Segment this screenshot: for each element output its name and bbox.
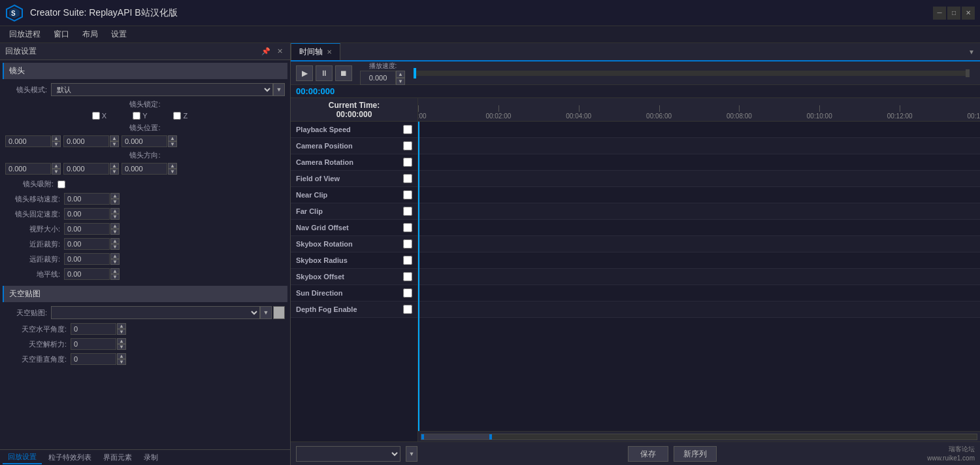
pause-button[interactable]: ⏸ [316,65,333,81]
pos-y-input[interactable] [63,135,109,147]
lock-z-checkbox[interactable] [173,112,181,120]
track-checkbox[interactable] [403,190,412,199]
move-speed-down[interactable]: ▼ [110,199,120,205]
horizon-down[interactable]: ▼ [110,274,120,280]
track-checkbox[interactable] [403,305,412,314]
skybox-h-angle-down[interactable]: ▼ [117,329,126,335]
move-speed-up[interactable]: ▲ [110,193,120,199]
new-sequence-button[interactable]: 新序列 [674,446,717,462]
menu-window[interactable]: 窗口 [47,27,76,41]
fov-input[interactable] [64,223,110,235]
track-checkbox[interactable] [403,174,412,183]
skybox-v-angle-up[interactable]: ▲ [117,353,126,359]
near-clip-up[interactable]: ▲ [110,238,120,244]
track-row: Far Clip [291,203,417,220]
dir-z-input[interactable] [122,163,167,175]
dir-y-input[interactable] [63,163,109,175]
pos-x-down[interactable]: ▼ [52,141,61,147]
lock-x-checkbox[interactable] [92,112,100,120]
camera-attach-checkbox[interactable] [57,181,65,188]
skybox-resolution-up[interactable]: ▲ [117,338,126,344]
near-clip-down[interactable]: ▼ [110,244,120,250]
move-speed-input[interactable] [64,193,110,205]
stop-button[interactable]: ⏹ [335,65,352,81]
speed-input[interactable] [360,71,396,85]
tab-particles[interactable]: 粒子特效列表 [43,451,97,464]
far-clip-up[interactable]: ▲ [110,253,120,259]
pos-z-down[interactable]: ▼ [168,141,177,147]
play-button[interactable]: ▶ [296,65,313,81]
pos-z-up[interactable]: ▲ [168,135,177,141]
dir-z-up[interactable]: ▲ [168,163,177,169]
far-clip-input[interactable] [64,253,110,265]
menu-settings[interactable]: 设置 [105,27,133,41]
track-checkbox[interactable] [403,207,412,216]
track-checkbox[interactable] [403,125,412,134]
dir-z-down[interactable]: ▼ [168,169,177,175]
skybox-texture-select[interactable] [51,306,260,319]
skybox-resolution-input[interactable] [71,338,116,350]
menu-playback[interactable]: 回放进程 [3,27,47,41]
camera-mode-arrow[interactable]: ▼ [273,83,285,96]
pos-y-down[interactable]: ▼ [110,141,119,147]
panel-close-icon[interactable]: ✕ [275,46,285,56]
dir-y-down[interactable]: ▼ [110,169,119,175]
tab-ui-elements[interactable]: 界面元素 [98,451,137,464]
timeline-scrollbar[interactable] [418,431,980,441]
skybox-color-picker[interactable] [273,306,285,319]
track-checkbox[interactable] [403,288,412,298]
track-checkbox[interactable] [403,223,412,232]
maximize-button[interactable]: □ [947,7,960,20]
timeline-tab-close[interactable]: ✕ [327,48,332,56]
minimize-button[interactable]: ─ [933,7,946,20]
scrubber-track-inline[interactable] [414,71,970,76]
pin-icon[interactable]: 📌 [259,46,272,56]
skybox-v-angle-down[interactable]: ▼ [117,359,126,365]
tab-dropdown-arrow[interactable]: ▼ [963,48,980,56]
track-checkbox[interactable] [403,256,412,265]
pos-x-up[interactable]: ▲ [52,135,61,141]
sequence-dropdown-arrow[interactable]: ▼ [406,446,417,462]
skybox-texture-arrow[interactable]: ▼ [260,306,272,319]
timeline-tab[interactable]: 时间轴 ✕ [291,43,340,60]
pos-x-input[interactable] [5,135,51,147]
sequence-dropdown[interactable] [296,446,400,462]
track-checkbox[interactable] [403,141,412,150]
skybox-h-angle-input[interactable] [71,323,116,335]
fov-up[interactable]: ▲ [110,223,120,229]
skybox-resolution-down[interactable]: ▼ [117,344,126,350]
dir-x-input[interactable] [5,163,51,175]
track-row: Skybox Radius [291,252,417,269]
pos-y-up[interactable]: ▲ [110,135,119,141]
tab-playback-settings[interactable]: 回放设置 [3,451,42,464]
track-checkbox[interactable] [403,239,412,249]
pos-z-input[interactable] [122,135,167,147]
horizon-input[interactable] [64,268,110,280]
horizon-row: 地平线: ▲ ▼ [3,267,287,281]
speed-down-btn[interactable]: ▼ [396,78,405,85]
lock-speed-down[interactable]: ▼ [110,214,120,220]
close-button[interactable]: ✕ [962,7,975,20]
track-checkbox[interactable] [403,272,412,281]
tab-record[interactable]: 录制 [139,451,163,464]
near-clip-input[interactable] [64,238,110,250]
skybox-v-angle-input[interactable] [71,353,116,365]
lock-y-checkbox[interactable] [133,112,140,120]
skybox-h-angle-row: 天空水平角度: ▲ ▼ [3,322,287,336]
dir-x-up[interactable]: ▲ [52,163,61,169]
speed-up-btn[interactable]: ▲ [396,71,405,78]
dir-x-down[interactable]: ▼ [52,169,61,175]
camera-mode-select[interactable]: 默认 [51,83,273,96]
far-clip-down[interactable]: ▼ [110,259,120,265]
ruler-tick: 00:10:00 [807,112,832,120]
dir-y-up[interactable]: ▲ [110,163,119,169]
skybox-h-angle-up[interactable]: ▲ [117,323,126,329]
lock-speed-up[interactable]: ▲ [110,208,120,214]
track-checkbox[interactable] [403,158,412,167]
menu-layout[interactable]: 布局 [76,27,105,41]
horizon-up[interactable]: ▲ [110,268,120,274]
fov-down[interactable]: ▼ [110,229,120,235]
lock-speed-input[interactable] [64,208,110,220]
save-button[interactable]: 保存 [628,446,668,462]
track-name-label: Camera Position [293,142,403,150]
